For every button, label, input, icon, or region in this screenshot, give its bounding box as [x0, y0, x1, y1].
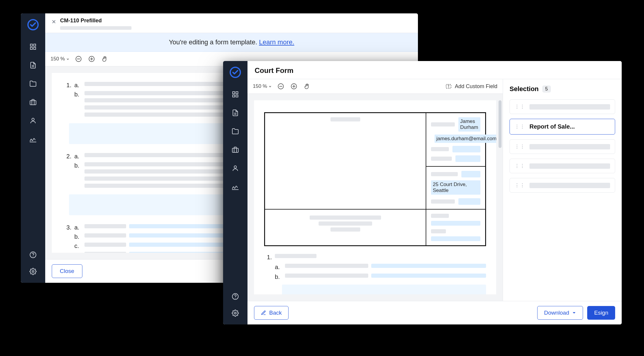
form-header: Court Form: [247, 61, 622, 79]
field-placeholder[interactable]: [461, 171, 480, 177]
signature-icon[interactable]: [29, 135, 37, 143]
app-logo-icon: [229, 66, 241, 78]
svg-rect-2: [34, 44, 36, 46]
field-placeholder[interactable]: [458, 198, 480, 205]
list-sub: a.: [275, 264, 282, 271]
zoom-dropdown[interactable]: 150 %: [51, 56, 70, 62]
case-number-cell: [265, 113, 426, 209]
selection-item[interactable]: ⋮⋮: [510, 139, 615, 154]
party-info-cell: James Durham james.durham@email.com: [426, 113, 485, 166]
svg-text:T: T: [448, 85, 450, 88]
document-icon[interactable]: [231, 109, 239, 117]
field-placeholder[interactable]: [431, 221, 480, 226]
selection-item-label: Report of Sale...: [529, 123, 610, 130]
signature-icon[interactable]: [231, 182, 239, 191]
app-logo-icon: [27, 19, 39, 31]
list-sub: c.: [74, 243, 82, 249]
zoom-out-icon[interactable]: [74, 55, 83, 63]
field-placeholder[interactable]: [455, 155, 480, 162]
close-icon[interactable]: ×: [52, 18, 56, 25]
scrollbar[interactable]: [499, 100, 502, 148]
list-sub: a.: [74, 82, 82, 89]
drag-handle-icon[interactable]: ⋮⋮: [515, 104, 525, 110]
svg-rect-21: [233, 95, 235, 97]
close-button[interactable]: Close: [52, 264, 82, 278]
drag-handle-icon[interactable]: ⋮⋮: [515, 163, 525, 169]
selection-item-placeholder: [529, 104, 610, 110]
list-number: 2.: [64, 153, 71, 160]
help-icon[interactable]: [29, 251, 37, 259]
zoom-in-icon[interactable]: [87, 55, 96, 63]
zoom-dropdown[interactable]: 150 %: [253, 83, 272, 89]
selection-panel: Selection 5 ⋮⋮⋮⋮Report of Sale...⋮⋮⋮⋮⋮⋮: [503, 79, 622, 301]
esign-button[interactable]: Esign: [587, 306, 615, 320]
court-form-window: Court Form 150 % T Add Custom Field: [223, 61, 622, 324]
briefcase-icon[interactable]: [29, 98, 37, 106]
field-placeholder[interactable]: [431, 236, 480, 241]
svg-rect-7: [30, 101, 36, 105]
zoom-in-icon[interactable]: [290, 82, 298, 90]
pan-hand-icon[interactable]: [303, 82, 311, 90]
form-toolbar: 150 % T Add Custom Field: [247, 79, 503, 94]
download-button[interactable]: Download: [537, 306, 583, 320]
selection-item-placeholder: [529, 183, 610, 188]
selection-item[interactable]: ⋮⋮: [510, 99, 615, 114]
fillable-area[interactable]: [282, 285, 486, 294]
learn-more-link[interactable]: Learn more.: [259, 38, 294, 46]
folder-icon[interactable]: [231, 127, 239, 135]
list-sub: a.: [74, 224, 82, 231]
settings-icon[interactable]: [29, 267, 37, 276]
pan-hand-icon[interactable]: [101, 55, 109, 63]
banner-text: You're editing a form template.: [169, 38, 259, 46]
party-name-field[interactable]: James Durham: [458, 117, 480, 132]
template-subtitle-placeholder: [60, 26, 131, 30]
selection-item[interactable]: ⋮⋮: [510, 159, 615, 173]
hearing-date-cell: [426, 209, 485, 246]
dashboard-icon[interactable]: [29, 43, 37, 51]
svg-point-8: [32, 118, 34, 121]
drag-handle-icon[interactable]: ⋮⋮: [515, 124, 525, 129]
selection-count-badge: 5: [542, 85, 551, 93]
court-address-cell: 25 Court Drive, Seattle: [426, 166, 485, 209]
add-custom-field-button[interactable]: T Add Custom Field: [445, 83, 497, 90]
svg-point-11: [33, 256, 33, 257]
folder-icon[interactable]: [29, 79, 37, 88]
selection-title: Selection: [510, 85, 539, 93]
document-icon[interactable]: [29, 61, 37, 69]
selection-item[interactable]: ⋮⋮: [510, 178, 615, 193]
person-icon[interactable]: [29, 116, 37, 125]
svg-point-26: [234, 166, 236, 168]
zoom-out-icon[interactable]: [277, 82, 285, 90]
court-address-field[interactable]: 25 Court Drive, Seattle: [431, 180, 480, 195]
person-icon[interactable]: [231, 164, 239, 172]
svg-point-30: [234, 312, 236, 314]
list-number: 1.: [64, 82, 71, 89]
list-number: 3.: [64, 224, 71, 231]
help-icon[interactable]: [231, 292, 239, 301]
briefcase-icon[interactable]: [231, 146, 239, 154]
template-title: CM-110 Prefilled: [60, 18, 131, 24]
selection-item[interactable]: ⋮⋮Report of Sale...: [510, 119, 615, 135]
back-button[interactable]: Back: [254, 306, 289, 320]
drag-handle-icon[interactable]: ⋮⋮: [515, 144, 525, 149]
list-sub: d.: [74, 252, 82, 253]
svg-rect-22: [236, 95, 238, 97]
settings-icon[interactable]: [231, 309, 239, 317]
form-canvas: James Durham james.durham@email.com: [247, 94, 503, 301]
dashboard-icon[interactable]: [231, 90, 239, 99]
svg-rect-19: [233, 92, 235, 94]
list-sub: b.: [275, 274, 282, 280]
svg-rect-3: [30, 47, 32, 49]
list-sub: b.: [74, 233, 82, 240]
court-form-grid: James Durham james.durham@email.com: [264, 112, 486, 246]
selection-item-placeholder: [529, 163, 610, 169]
sidebar: [223, 61, 247, 324]
drag-handle-icon[interactable]: ⋮⋮: [515, 182, 525, 188]
party-email-field[interactable]: james.durham@email.com: [435, 135, 496, 143]
editor-header: × CM-110 Prefilled: [45, 13, 418, 33]
field-placeholder[interactable]: [452, 146, 480, 152]
sidebar: [21, 13, 45, 283]
svg-rect-4: [34, 47, 36, 49]
svg-point-29: [235, 298, 236, 299]
form-title: Court Form: [255, 66, 615, 75]
